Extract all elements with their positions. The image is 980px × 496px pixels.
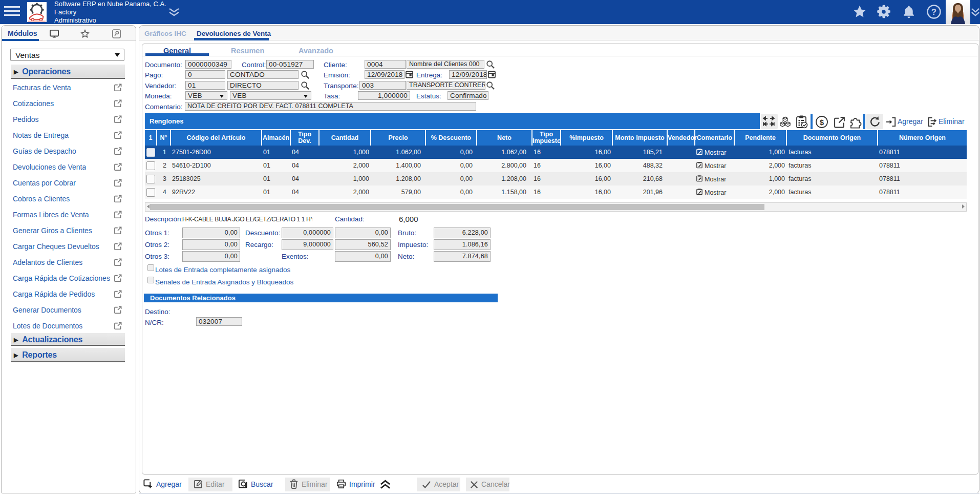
svg-text:?: ? [931,7,936,16]
svg-text:$: $ [820,118,824,127]
